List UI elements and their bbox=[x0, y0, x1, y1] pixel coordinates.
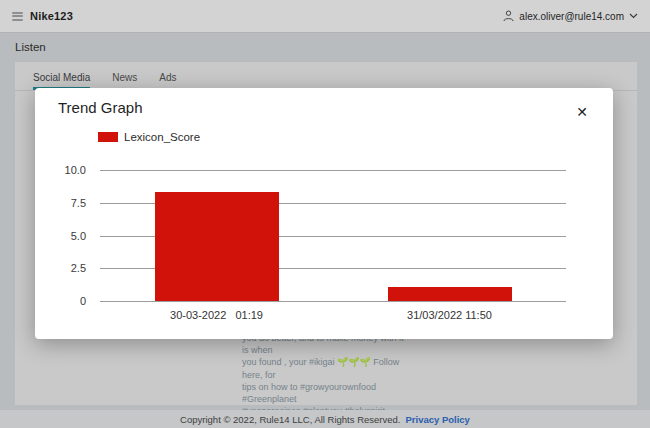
top-bar: Nike123 alex.oliver@rule14.com bbox=[0, 0, 650, 33]
chart-y-labels: 10.07.55.02.50 bbox=[35, 170, 93, 301]
y-axis-tick-label: 7.5 bbox=[36, 197, 86, 210]
user-menu[interactable]: alex.oliver@rule14.com bbox=[503, 10, 638, 22]
menu-icon[interactable] bbox=[12, 12, 23, 21]
gridline bbox=[100, 301, 566, 302]
privacy-policy-link[interactable]: Privacy Policy bbox=[405, 414, 469, 425]
copyright-text: Copyright © 2022, Rule14 LLC, All Rights… bbox=[180, 414, 400, 425]
chart-bars bbox=[100, 170, 566, 301]
brand-name: Nike123 bbox=[30, 10, 73, 22]
modal-title: Trend Graph bbox=[58, 99, 143, 116]
footer: Copyright © 2022, Rule14 LLC, All Rights… bbox=[0, 410, 650, 428]
bar-column bbox=[100, 170, 333, 301]
x-axis-tick-label: 30-03-2022 01:19 bbox=[100, 309, 333, 321]
close-icon[interactable]: ✕ bbox=[571, 101, 593, 123]
legend-label: Lexicon_Score bbox=[124, 131, 200, 143]
legend-swatch bbox=[98, 132, 118, 142]
y-axis-tick-label: 0 bbox=[36, 295, 86, 308]
post-text-line: you found , your #ikigai 🌱🌱🌱 Follow here… bbox=[242, 356, 404, 380]
trend-graph-modal: Trend Graph ✕ Lexicon_Score 10.07.55.02.… bbox=[35, 88, 613, 339]
chart-x-labels: 30-03-2022 01:1931/03/2022 11:50 bbox=[100, 309, 566, 321]
user-icon bbox=[503, 10, 514, 22]
bar[interactable] bbox=[388, 287, 512, 301]
tab-bar: Social Media News Ads bbox=[15, 62, 637, 91]
user-email: alex.oliver@rule14.com bbox=[519, 11, 624, 22]
app-screen: Nike123 alex.oliver@rule14.com Listen So… bbox=[0, 0, 650, 428]
post-text-line: tips on how to #growyourownfood #Greenpl… bbox=[242, 381, 404, 405]
chart-legend: Lexicon_Score bbox=[98, 131, 200, 143]
x-axis-tick-label: 31/03/2022 11:50 bbox=[333, 309, 566, 321]
chevron-down-icon bbox=[629, 13, 638, 19]
bar[interactable] bbox=[155, 192, 279, 301]
y-axis-tick-label: 10.0 bbox=[36, 164, 86, 177]
y-axis-tick-label: 5.0 bbox=[36, 230, 86, 243]
page-title: Listen bbox=[15, 41, 46, 53]
y-axis-tick-label: 2.5 bbox=[36, 262, 86, 275]
bar-column bbox=[333, 170, 566, 301]
brand-area: Nike123 bbox=[12, 10, 73, 22]
